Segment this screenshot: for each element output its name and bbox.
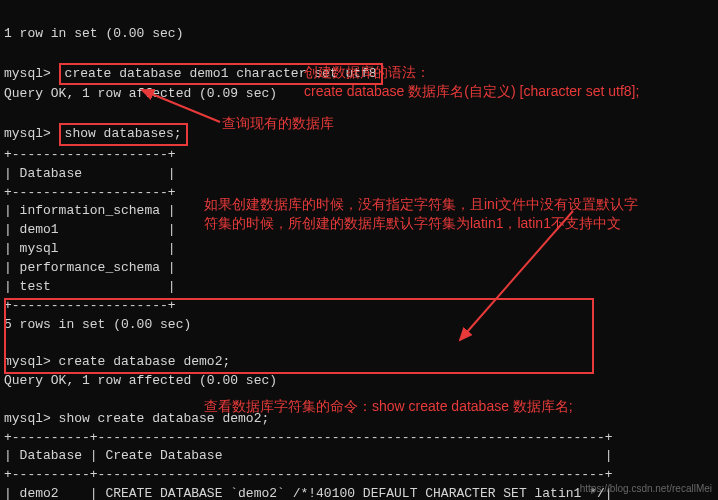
- table-row: | demo2 | CREATE DATABASE `demo2` /*!401…: [4, 486, 613, 500]
- table-row: | information_schema |: [4, 203, 176, 218]
- cmd-show-dbs[interactable]: show databases;: [59, 123, 188, 146]
- annotation-show-dbs: 查询现有的数据库: [222, 114, 334, 133]
- tbl-sep: +----------+----------------------------…: [4, 430, 613, 445]
- tbl-sep: +----------+----------------------------…: [4, 467, 613, 482]
- highlight-box-demo2-result: [4, 298, 594, 374]
- tbl-sep: +--------------------+: [4, 185, 176, 200]
- annotation-latin1: 如果创建数据库的时候，没有指定字符集，且ini文件中没有设置默认字 符集的时候，…: [204, 176, 638, 233]
- row-in-set-0: 1 row in set (0.00 sec): [4, 26, 183, 41]
- prompt: mysql>: [4, 411, 59, 426]
- table-row: | mysql |: [4, 241, 176, 256]
- annotation-create-syntax: 创建数据库的语法： create database 数据库名(自定义) [cha…: [304, 44, 639, 101]
- tbl-header: | Database | Create Database |: [4, 448, 613, 463]
- prompt: mysql>: [4, 66, 59, 81]
- table-row: | test |: [4, 279, 176, 294]
- prompt: mysql>: [4, 126, 59, 141]
- tbl-sep: +--------------------+: [4, 147, 176, 162]
- tbl-header: | Database |: [4, 166, 176, 181]
- resp-utf8-ok: Query OK, 1 row affected (0.09 sec): [4, 86, 277, 101]
- table-row: | performance_schema |: [4, 260, 176, 275]
- annotation-show-create: 查看数据库字符集的命令：show create database 数据库名;: [204, 397, 573, 416]
- watermark: https://blog.csdn.net/recallMei: [580, 482, 712, 497]
- resp-demo2-ok: Query OK, 1 row affected (0.00 sec): [4, 373, 277, 388]
- table-row: | demo1 |: [4, 222, 176, 237]
